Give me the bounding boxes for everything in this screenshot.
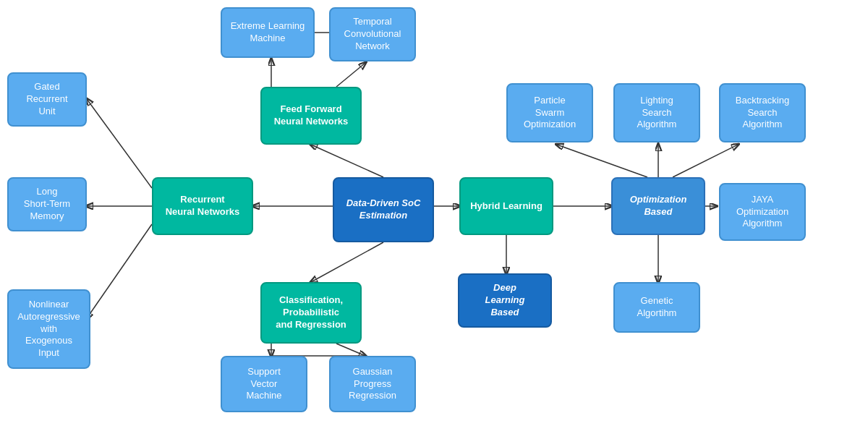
optbased-node: OptimizationBased [611, 177, 705, 235]
svg-line-3 [87, 99, 152, 188]
cpr-node: Classification,Probabilisticand Regressi… [260, 282, 362, 344]
bsa-node: BacktrackingSearchAlgorithm [719, 83, 806, 142]
ga-node: GeneticAlgortihm [613, 282, 700, 333]
pso-node: ParticleSwarmOptimization [506, 83, 593, 142]
lsa-node: LightingSearchAlgorithm [613, 83, 700, 142]
svm-node: SupportVectorMachine [221, 356, 307, 412]
elm-node: Extreme LearningMachine [221, 7, 315, 58]
gru-node: GatedRecurrentUnit [7, 72, 87, 127]
svg-line-5 [87, 224, 152, 318]
tcn-node: TemporalConvolutionalNetwork [329, 7, 416, 61]
svg-line-11 [557, 145, 647, 177]
center-node: Data-Driven SoC Estimation [333, 177, 434, 242]
lstm-node: LongShort-TermMemory [7, 177, 87, 231]
jaya-node: JAYAOptimizationAlgorithm [719, 183, 806, 241]
gpr-node: GaussianProgressRegression [329, 356, 416, 412]
ffnn-node: Feed ForwardNeural Networks [260, 87, 362, 145]
svg-line-0 [311, 145, 383, 177]
narx-node: NonlinearAutoregressivewithExogenousInpu… [7, 289, 90, 369]
rnn-node: RecurrentNeural Networks [152, 177, 253, 235]
hybrid-node: Hybrid Learning [459, 177, 553, 235]
svg-line-6 [311, 242, 383, 282]
svg-line-13 [673, 145, 738, 177]
dlb-node: DeepLearningBased [458, 273, 552, 328]
